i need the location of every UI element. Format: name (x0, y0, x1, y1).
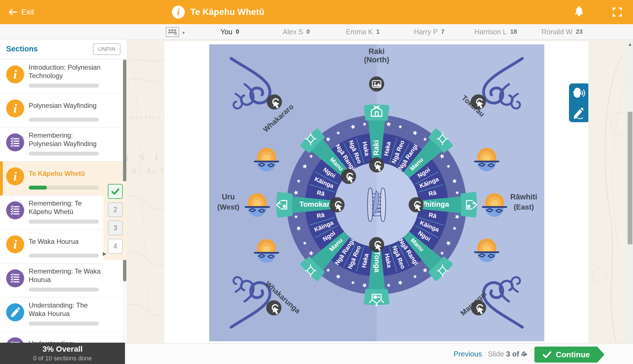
section-item-5[interactable]: Remembering: Te Kāpehu Whetū (0, 195, 105, 229)
checklist-icon (10, 341, 21, 343)
slide-counter-prefix: Slide (488, 350, 504, 358)
page-button-2[interactable]: 2 (108, 202, 123, 217)
sections-title: Sections (6, 45, 38, 53)
slide-pages-column: 234▶ (103, 181, 127, 260)
participant-tab-alex-s[interactable]: Alex S0 (263, 24, 330, 39)
participant-tab-you[interactable]: You0 (197, 24, 263, 39)
direction-label: (East) (514, 203, 534, 211)
section-item-1[interactable]: iIntroduction: Polynesian Technology (0, 60, 127, 94)
main-scrollbar-thumb[interactable] (628, 112, 632, 244)
participant-count: 7 (441, 28, 445, 35)
section-progressbar (29, 254, 99, 258)
read-aloud-button[interactable] (570, 85, 587, 102)
click-icon (409, 197, 424, 212)
checklist-icon (10, 273, 21, 284)
section-progressbar (29, 288, 99, 292)
pencil-icon (6, 303, 24, 321)
click-hotspot[interactable] (409, 197, 424, 212)
header-bar: Exit i Te Kāpehu Whetū (0, 0, 633, 24)
participant-count: 23 (576, 28, 582, 35)
section-item-3[interactable]: Remembering: Polynesian Wayfinding (0, 128, 127, 161)
slide-area: ARCTICVS A S I V E V A . Ao 1492 RakiHak… (125, 40, 633, 343)
participants-bar: ▼ You0Alex S0Emma K1Harry P7Harrison L18… (0, 24, 633, 40)
click-icon (369, 237, 384, 252)
click-hotspot[interactable] (267, 94, 282, 110)
click-icon (266, 300, 281, 315)
participant-name: Harrison L (474, 28, 507, 36)
check-icon (111, 188, 119, 195)
click-icon (267, 94, 282, 110)
page-button-3[interactable]: 3 (108, 220, 123, 235)
slide-counter-value: 3 of 4 (506, 350, 525, 358)
participant-count: 18 (510, 28, 517, 35)
section-item-9[interactable]: Understanding: (0, 331, 127, 343)
participant-tab-harry-p[interactable]: Harry P7 (396, 24, 463, 39)
checklist-icon (6, 337, 24, 343)
direction-label: (West) (217, 203, 240, 211)
click-hotspot[interactable] (329, 197, 345, 212)
section-progressbar (29, 84, 99, 88)
notes-button[interactable] (570, 104, 587, 121)
click-icon (369, 157, 384, 172)
page-button-4[interactable]: 4 (108, 239, 123, 254)
previous-button[interactable]: Previous (454, 350, 482, 358)
click-hotspot[interactable] (471, 300, 486, 315)
checklist-icon (6, 133, 24, 151)
section-title: Remembering: Te Kāpehu Whetū (29, 199, 102, 216)
scroll-up-icon[interactable]: ▲ (628, 42, 632, 47)
bell-icon[interactable] (573, 6, 585, 18)
section-item-8[interactable]: Understanding: The Waka Hourua (0, 297, 127, 331)
participants-toggle-button[interactable] (166, 27, 179, 37)
section-item-7[interactable]: Remembering: Te Waka Hourua (0, 263, 127, 297)
section-progressbar (29, 322, 99, 326)
check-icon (543, 351, 551, 358)
slide-list-caret-icon[interactable]: ▲ (523, 351, 528, 357)
section-title: Polynesian Wayfinding (29, 97, 102, 114)
checklist-icon (6, 201, 24, 219)
info-icon: i (172, 6, 185, 19)
info-icon: i (6, 65, 24, 83)
participant-count: 1 (376, 28, 379, 35)
overall-detail: 0 of 10 sections done (33, 355, 92, 362)
map-texture (125, 40, 164, 343)
participant-name: Harry P (414, 28, 438, 36)
click-hotspot[interactable] (266, 300, 281, 315)
section-item-6[interactable]: iTe Waka Hourua (0, 229, 105, 263)
app-window: Exit i Te Kāpehu Whetū ▼ You0Alex S0Emma… (0, 0, 633, 364)
main-scrollbar[interactable]: ▲ (627, 40, 633, 343)
unpin-button[interactable]: UNPIN (93, 43, 120, 55)
exit-button[interactable]: Exit (8, 8, 70, 17)
star-compass-graphic: RakiHakaNgā ReoNgā RangiManuNgoiKāingaRā… (209, 44, 544, 341)
section-item-2[interactable]: iPolynesian Wayfinding (0, 94, 127, 128)
house-label-raki: Raki (372, 140, 380, 156)
info-icon: i (6, 167, 24, 185)
section-progressbar (29, 220, 99, 224)
info-icon: i (6, 235, 24, 253)
click-hotspot[interactable] (471, 94, 486, 110)
section-title: Te Waka Hourua (29, 233, 102, 250)
slide-nav-bar: Previous Slide 3 of 4 ▲ Continue (125, 343, 633, 364)
caret-down-icon[interactable]: ▼ (181, 30, 186, 35)
section-title: Remembering: Polynesian Wayfinding (29, 131, 102, 148)
participant-tab-ronald-w[interactable]: Ronald W23 (529, 24, 595, 39)
participant-tabs: You0Alex S0Emma K1Harry P7Harrison L18Ro… (197, 24, 595, 39)
section-progressbar (29, 152, 99, 156)
slide-counter[interactable]: Slide 3 of 4 (488, 350, 525, 358)
participant-tab-harrison-l[interactable]: Harrison L18 (463, 24, 529, 39)
info-icon: i (6, 99, 24, 117)
click-hotspot[interactable] (341, 169, 356, 184)
section-progressbar (29, 118, 99, 122)
participant-tab-emma-k[interactable]: Emma K1 (329, 24, 396, 39)
section-title: Understanding: The Waka Hourua (29, 301, 102, 318)
pencil-icon (10, 307, 20, 317)
direction-label: Raki (368, 47, 384, 56)
participant-name: Emma K (346, 28, 373, 36)
continue-button[interactable]: Continue (534, 347, 604, 363)
page-check-button[interactable] (108, 184, 123, 199)
back-arrow-icon (8, 8, 17, 16)
image-hotspot[interactable] (369, 76, 384, 92)
click-hotspot[interactable] (369, 157, 384, 172)
section-title: Te Kāpehu Whetū (29, 165, 102, 182)
fullscreen-icon[interactable] (612, 6, 623, 18)
click-hotspot[interactable] (369, 237, 384, 252)
